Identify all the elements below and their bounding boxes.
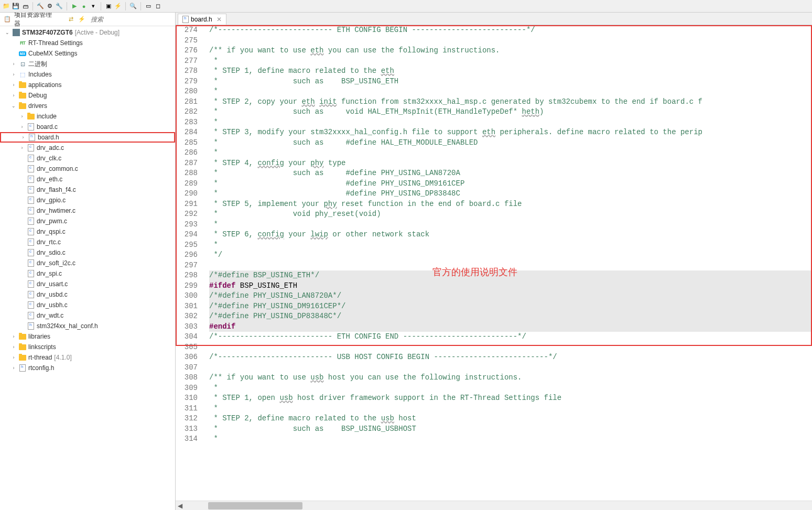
line-gutter: 2742752762772782792802812822832842852862… [176,25,202,501]
tree-item[interactable]: ›linkscripts [0,342,175,352]
tree-item[interactable]: RTRT-Thread Settings [0,38,175,48]
flash-icon[interactable]: ⚡ [114,2,122,10]
tree-item[interactable]: ›board.c [0,122,175,132]
hammer-icon[interactable]: ⚙ [46,2,54,10]
wrench-icon[interactable]: 🔧 [55,2,63,10]
scroll-left-icon[interactable]: ◀ [176,502,184,509]
tree-item[interactable]: ›board.h [0,132,175,143]
tab-bar: board.h ✕ [176,13,812,25]
tree-item[interactable]: ›⬚Includes [0,69,175,80]
minimize-icon[interactable]: ▭ [144,2,153,10]
link-icon[interactable]: ⇄ [67,15,75,24]
tree-item[interactable]: drv_sdio.c [0,247,175,258]
sidebar-header: 📋 项目资源管理器 ⇄ ⚡ [0,13,175,26]
tree-item[interactable]: drv_common.c [0,164,175,174]
tree-item[interactable]: ⌄drivers [0,101,175,111]
tree-item[interactable]: drv_eth.c [0,174,175,185]
maximize-icon[interactable]: ◻ [154,2,162,10]
tree-item[interactable]: ›applications [0,80,175,90]
gutter-marks [202,25,209,501]
tree-item[interactable]: drv_gpio.c [0,195,175,205]
tree-item[interactable]: drv_wdt.c [0,310,175,321]
build-icon[interactable]: 🔨 [36,2,45,10]
folder-icon[interactable]: 📁 [2,2,10,10]
tree-item[interactable]: drv_spi.c [0,268,175,279]
tab-label: board.h [191,16,212,23]
tree-item[interactable]: ›libraries [0,331,175,342]
filter-icon[interactable]: ⚡ [78,16,85,23]
search-input[interactable] [89,15,172,24]
project-explorer: 📋 项目资源管理器 ⇄ ⚡ ⌄STM32F407ZGT6[Active - De… [0,13,176,510]
tree-item[interactable]: drv_rtc.c [0,237,175,247]
tree-item[interactable]: drv_soft_i2c.c [0,258,175,268]
tree-item[interactable]: drv_clk.c [0,153,175,164]
tree-item[interactable]: drv_usbd.c [0,289,175,300]
run-icon[interactable]: ● [80,2,88,10]
explorer-icon: 📋 [3,15,11,24]
tree-item[interactable]: stm32f4xx_hal_conf.h [0,321,175,331]
horizontal-scrollbar[interactable]: ◀ [176,501,812,510]
tree-item[interactable]: ›rtconfig.h [0,363,175,373]
main-toolbar: 📁 💾 🗃 🔨 ⚙ 🔧 ▶ ● ▾ ▣ ⚡ 🔍 ▭ ◻ [0,0,812,13]
tree-item[interactable]: ›drv_adc.c [0,143,175,153]
chip-icon[interactable]: ▣ [104,2,113,10]
project-tree[interactable]: ⌄STM32F407ZGT6[Active - Debug]RTRT-Threa… [0,26,175,510]
scroll-thumb[interactable] [208,502,302,509]
tree-item[interactable]: ›include [0,111,175,122]
search-icon[interactable]: 🔍 [129,2,137,10]
tree-item[interactable]: drv_usbh.c [0,300,175,310]
tree-item[interactable]: drv_qspi.c [0,226,175,237]
tab-board-h[interactable]: board.h ✕ [178,14,226,25]
sidebar-title: 项目资源管理器 [14,10,56,28]
tree-item[interactable]: drv_usart.c [0,279,175,289]
code-content[interactable]: /*-------------------------- ETH CONFIG … [209,25,812,501]
close-icon[interactable]: ✕ [216,16,222,23]
editor-area: board.h ✕ 274275276277278279280281282283… [176,13,812,510]
tree-item[interactable]: drv_pwm.c [0,216,175,226]
tree-item[interactable]: ›Debug [0,90,175,101]
tree-item[interactable]: ›rt-thread[4.1.0] [0,352,175,363]
tree-item[interactable]: MXCubeMX Settings [0,48,175,59]
code-editor[interactable]: 2742752762772782792802812822832842852862… [176,25,812,501]
h-file-icon [182,16,189,23]
stop-icon[interactable]: ▾ [89,2,98,10]
debug-icon[interactable]: ▶ [70,2,79,10]
project-root[interactable]: ⌄STM32F407ZGT6[Active - Debug] [0,27,175,38]
save-all-icon[interactable]: 🗃 [21,2,29,10]
tree-item[interactable]: drv_flash_f4.c [0,185,175,195]
tree-item[interactable]: drv_hwtimer.c [0,205,175,216]
tree-item[interactable]: ›⊡二进制 [0,59,175,69]
save-icon[interactable]: 💾 [12,2,20,10]
